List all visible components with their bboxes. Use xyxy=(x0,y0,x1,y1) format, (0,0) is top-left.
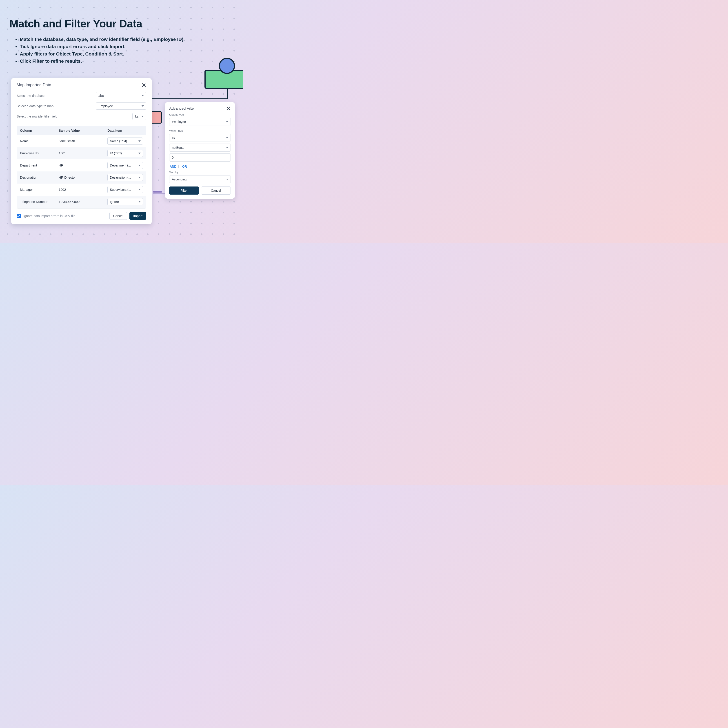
logic-operators: AND | OR xyxy=(170,165,230,168)
cell-sample: 1002 xyxy=(55,184,104,196)
dataitem-value: Ignore xyxy=(110,200,119,203)
condition-value-input[interactable]: 0 xyxy=(169,153,231,162)
condition-field-select[interactable]: ID xyxy=(169,134,231,142)
chevron-down-icon xyxy=(226,137,228,138)
import-button[interactable]: Import xyxy=(129,212,146,220)
datatype-select[interactable]: Employee xyxy=(96,102,146,110)
bullet-item: Apply filters for Object Type, Condition… xyxy=(20,50,185,57)
chevron-down-icon xyxy=(226,147,228,148)
chevron-down-icon xyxy=(226,179,228,180)
cell-column: Telephone Number xyxy=(17,196,55,208)
col-header-sample: Sample Value xyxy=(55,126,104,135)
col-header-dataitem: Data Item xyxy=(104,126,146,135)
bullet-item: Match the database, data type, and row i… xyxy=(20,36,185,43)
dialog-title: Advanced Filter xyxy=(169,106,195,110)
table-row: NameJane SmithName (Text) xyxy=(17,135,146,147)
rowid-select[interactable]: Ig... xyxy=(132,113,146,120)
condition-operator-value: notEqual xyxy=(172,146,184,150)
sort-value: Ascending xyxy=(172,177,187,181)
cell-sample: 1001 xyxy=(55,147,104,159)
dataitem-value: Designation (... xyxy=(110,176,131,179)
ignore-errors-label: Ignore data import errors in CSV file xyxy=(23,214,107,218)
cancel-button[interactable]: Cancel xyxy=(201,187,231,194)
orgchart-node xyxy=(205,70,243,89)
cell-column: Designation xyxy=(17,171,55,184)
col-header-column: Column xyxy=(17,126,55,135)
sort-select[interactable]: Ascending xyxy=(169,175,231,184)
label-which-has: Which has xyxy=(169,129,231,132)
table-row: Manager1002Supervisors (... xyxy=(17,184,146,196)
label-sort-by: Sort by xyxy=(169,171,231,174)
table-row: DesignationHR DirectorDesignation (... xyxy=(17,171,146,184)
close-icon[interactable] xyxy=(226,106,231,110)
logic-and[interactable]: AND xyxy=(170,165,176,168)
table-row: Telephone Number1,234,567,890Ignore xyxy=(17,196,146,208)
cancel-button[interactable]: Cancel xyxy=(109,212,127,220)
condition-value: 0 xyxy=(172,156,174,159)
chevron-down-icon xyxy=(138,177,141,178)
dataitem-select[interactable]: Department (... xyxy=(107,162,143,169)
dataitem-select[interactable]: Ignore xyxy=(107,198,143,205)
cell-dataitem: Ignore xyxy=(104,208,146,208)
chevron-down-icon xyxy=(138,189,141,190)
filter-button[interactable]: Filter xyxy=(169,187,199,194)
database-select[interactable]: abc xyxy=(96,92,146,99)
cell-sample: jane.smith@example.com xyxy=(55,208,104,208)
dataitem-select[interactable]: Designation (... xyxy=(107,174,143,181)
cell-column: Email xyxy=(17,208,55,208)
cell-dataitem: Designation (... xyxy=(104,171,146,184)
cell-dataitem: Supervisors (... xyxy=(104,184,146,196)
label-object-type: Object type xyxy=(169,113,231,116)
advanced-filter-dialog: Advanced Filter Object type Employee Whi… xyxy=(165,102,235,199)
cell-sample: HR Director xyxy=(55,171,104,184)
orgchart-connector xyxy=(144,98,228,99)
table-row: Emailjane.smith@example.comIgnore xyxy=(17,208,146,208)
label-database: Select the database xyxy=(17,94,93,98)
cell-dataitem: Ignore xyxy=(104,196,146,208)
chevron-down-icon xyxy=(138,201,141,202)
dataitem-value: Supervisors (... xyxy=(110,188,131,191)
object-type-select[interactable]: Employee xyxy=(169,118,231,126)
cell-sample: 1,234,567,890 xyxy=(55,196,104,208)
map-imported-data-dialog: Map Imported Data Select the database ab… xyxy=(11,78,151,224)
bullet-item: Click Filter to refine results. xyxy=(20,58,185,64)
dataitem-value: ID (Text) xyxy=(110,151,122,155)
condition-field-value: ID xyxy=(172,136,175,139)
ignore-errors-checkbox[interactable] xyxy=(17,214,21,218)
chevron-down-icon xyxy=(226,121,228,122)
dataitem-select[interactable]: ID (Text) xyxy=(107,150,143,157)
orgchart-connector xyxy=(227,89,228,99)
cell-column: Name xyxy=(17,135,55,147)
condition-operator-select[interactable]: notEqual xyxy=(169,144,231,151)
cell-dataitem: Name (Text) xyxy=(104,135,146,147)
logic-divider: | xyxy=(178,165,179,168)
chevron-down-icon xyxy=(138,141,141,142)
rowid-select-value: Ig... xyxy=(135,115,141,118)
cell-dataitem: Department (... xyxy=(104,159,146,171)
cell-column: Manager xyxy=(17,184,55,196)
cell-dataitem: ID (Text) xyxy=(104,147,146,159)
bullet-item: Tick Ignore data import errors and click… xyxy=(20,43,185,50)
cell-sample: Jane Smith xyxy=(55,135,104,147)
dataitem-value: Name (Text) xyxy=(110,139,127,143)
close-icon[interactable] xyxy=(141,83,146,88)
cell-column: Employee ID xyxy=(17,147,55,159)
dataitem-select[interactable]: Supervisors (... xyxy=(107,186,143,193)
chevron-down-icon xyxy=(142,116,144,117)
dialog-title: Map Imported Data xyxy=(17,83,51,87)
chevron-down-icon xyxy=(142,95,144,96)
logic-or[interactable]: OR xyxy=(182,165,187,168)
dataitem-value: Department (... xyxy=(110,164,131,167)
table-row: Employee ID1001ID (Text) xyxy=(17,147,146,159)
label-datatype: Select a data type to map xyxy=(17,104,93,108)
chevron-down-icon xyxy=(138,153,141,154)
object-type-value: Employee xyxy=(172,120,186,124)
dataitem-select[interactable]: Name (Text) xyxy=(107,138,143,145)
page-title: Match and Filter Your Data xyxy=(9,18,142,30)
label-rowid: Select the row identifier field xyxy=(17,115,129,118)
chevron-down-icon xyxy=(138,165,141,166)
database-select-value: abc xyxy=(98,94,104,98)
table-row: DepartmentHRDepartment (... xyxy=(17,159,146,171)
mapping-table: Column Sample Value Data Item NameJane S… xyxy=(17,126,146,208)
orgchart-avatar xyxy=(219,58,235,74)
